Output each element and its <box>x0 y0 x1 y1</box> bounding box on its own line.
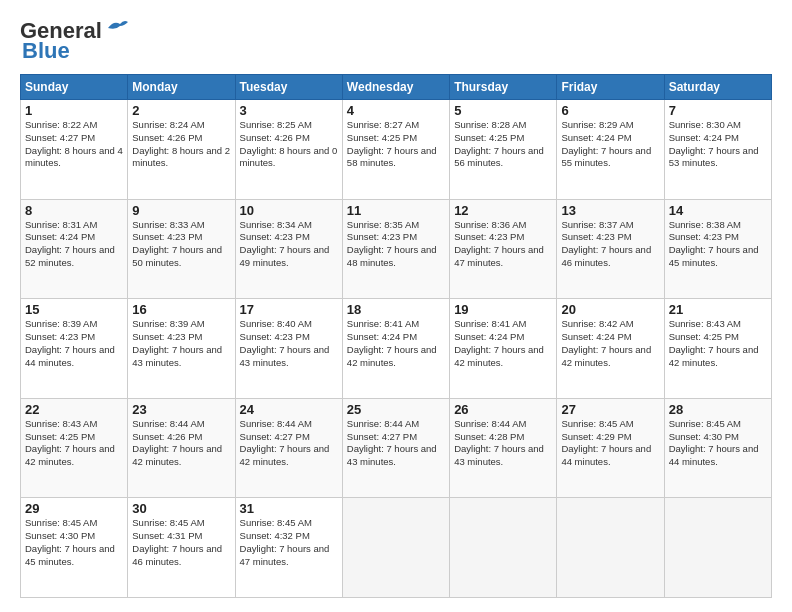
cell-info: Sunrise: 8:38 AMSunset: 4:23 PMDaylight:… <box>669 219 759 268</box>
cell-info: Sunrise: 8:33 AMSunset: 4:23 PMDaylight:… <box>132 219 222 268</box>
calendar-cell: 29 Sunrise: 8:45 AMSunset: 4:30 PMDaylig… <box>21 498 128 598</box>
day-number: 7 <box>669 103 767 118</box>
cell-info: Sunrise: 8:45 AMSunset: 4:32 PMDaylight:… <box>240 517 330 566</box>
cell-info: Sunrise: 8:25 AMSunset: 4:26 PMDaylight:… <box>240 119 338 168</box>
day-number: 6 <box>561 103 659 118</box>
calendar-cell: 31 Sunrise: 8:45 AMSunset: 4:32 PMDaylig… <box>235 498 342 598</box>
weekday-header-monday: Monday <box>128 75 235 100</box>
calendar-cell: 24 Sunrise: 8:44 AMSunset: 4:27 PMDaylig… <box>235 398 342 498</box>
cell-info: Sunrise: 8:45 AMSunset: 4:30 PMDaylight:… <box>669 418 759 467</box>
day-number: 17 <box>240 302 338 317</box>
cell-info: Sunrise: 8:36 AMSunset: 4:23 PMDaylight:… <box>454 219 544 268</box>
calendar-cell: 12 Sunrise: 8:36 AMSunset: 4:23 PMDaylig… <box>450 199 557 299</box>
week-row-4: 22 Sunrise: 8:43 AMSunset: 4:25 PMDaylig… <box>21 398 772 498</box>
calendar-cell: 16 Sunrise: 8:39 AMSunset: 4:23 PMDaylig… <box>128 299 235 399</box>
logo-blue: Blue <box>20 38 70 64</box>
header: General Blue <box>20 18 772 64</box>
cell-info: Sunrise: 8:40 AMSunset: 4:23 PMDaylight:… <box>240 318 330 367</box>
day-number: 29 <box>25 501 123 516</box>
calendar-cell: 9 Sunrise: 8:33 AMSunset: 4:23 PMDayligh… <box>128 199 235 299</box>
day-number: 18 <box>347 302 445 317</box>
cell-info: Sunrise: 8:43 AMSunset: 4:25 PMDaylight:… <box>25 418 115 467</box>
week-row-1: 1 Sunrise: 8:22 AMSunset: 4:27 PMDayligh… <box>21 100 772 200</box>
week-row-3: 15 Sunrise: 8:39 AMSunset: 4:23 PMDaylig… <box>21 299 772 399</box>
calendar-cell: 2 Sunrise: 8:24 AMSunset: 4:26 PMDayligh… <box>128 100 235 200</box>
week-row-5: 29 Sunrise: 8:45 AMSunset: 4:30 PMDaylig… <box>21 498 772 598</box>
day-number: 1 <box>25 103 123 118</box>
calendar-cell: 7 Sunrise: 8:30 AMSunset: 4:24 PMDayligh… <box>664 100 771 200</box>
cell-info: Sunrise: 8:29 AMSunset: 4:24 PMDaylight:… <box>561 119 651 168</box>
calendar-cell: 15 Sunrise: 8:39 AMSunset: 4:23 PMDaylig… <box>21 299 128 399</box>
day-number: 24 <box>240 402 338 417</box>
calendar-cell: 20 Sunrise: 8:42 AMSunset: 4:24 PMDaylig… <box>557 299 664 399</box>
calendar-cell <box>664 498 771 598</box>
calendar-cell <box>342 498 449 598</box>
page: General Blue SundayMondayTuesdayWednesda… <box>0 0 792 612</box>
cell-info: Sunrise: 8:22 AMSunset: 4:27 PMDaylight:… <box>25 119 123 168</box>
day-number: 12 <box>454 203 552 218</box>
weekday-header-wednesday: Wednesday <box>342 75 449 100</box>
day-number: 27 <box>561 402 659 417</box>
day-number: 5 <box>454 103 552 118</box>
cell-info: Sunrise: 8:39 AMSunset: 4:23 PMDaylight:… <box>25 318 115 367</box>
calendar-cell: 5 Sunrise: 8:28 AMSunset: 4:25 PMDayligh… <box>450 100 557 200</box>
calendar-cell: 4 Sunrise: 8:27 AMSunset: 4:25 PMDayligh… <box>342 100 449 200</box>
calendar-cell: 10 Sunrise: 8:34 AMSunset: 4:23 PMDaylig… <box>235 199 342 299</box>
cell-info: Sunrise: 8:41 AMSunset: 4:24 PMDaylight:… <box>454 318 544 367</box>
calendar-cell: 28 Sunrise: 8:45 AMSunset: 4:30 PMDaylig… <box>664 398 771 498</box>
day-number: 8 <box>25 203 123 218</box>
calendar-table: SundayMondayTuesdayWednesdayThursdayFrid… <box>20 74 772 598</box>
calendar-cell: 17 Sunrise: 8:40 AMSunset: 4:23 PMDaylig… <box>235 299 342 399</box>
cell-info: Sunrise: 8:30 AMSunset: 4:24 PMDaylight:… <box>669 119 759 168</box>
weekday-header-friday: Friday <box>557 75 664 100</box>
day-number: 16 <box>132 302 230 317</box>
cell-info: Sunrise: 8:27 AMSunset: 4:25 PMDaylight:… <box>347 119 437 168</box>
weekday-header-tuesday: Tuesday <box>235 75 342 100</box>
day-number: 28 <box>669 402 767 417</box>
weekday-header-sunday: Sunday <box>21 75 128 100</box>
calendar-cell: 27 Sunrise: 8:45 AMSunset: 4:29 PMDaylig… <box>557 398 664 498</box>
calendar-cell: 8 Sunrise: 8:31 AMSunset: 4:24 PMDayligh… <box>21 199 128 299</box>
day-number: 15 <box>25 302 123 317</box>
day-number: 22 <box>25 402 123 417</box>
logo-bird-icon <box>106 18 128 36</box>
day-number: 14 <box>669 203 767 218</box>
cell-info: Sunrise: 8:31 AMSunset: 4:24 PMDaylight:… <box>25 219 115 268</box>
day-number: 11 <box>347 203 445 218</box>
calendar-cell <box>450 498 557 598</box>
cell-info: Sunrise: 8:43 AMSunset: 4:25 PMDaylight:… <box>669 318 759 367</box>
weekday-header-thursday: Thursday <box>450 75 557 100</box>
cell-info: Sunrise: 8:42 AMSunset: 4:24 PMDaylight:… <box>561 318 651 367</box>
logo: General Blue <box>20 18 128 64</box>
calendar-cell: 14 Sunrise: 8:38 AMSunset: 4:23 PMDaylig… <box>664 199 771 299</box>
calendar-cell <box>557 498 664 598</box>
calendar-cell: 3 Sunrise: 8:25 AMSunset: 4:26 PMDayligh… <box>235 100 342 200</box>
day-number: 13 <box>561 203 659 218</box>
calendar-cell: 30 Sunrise: 8:45 AMSunset: 4:31 PMDaylig… <box>128 498 235 598</box>
day-number: 4 <box>347 103 445 118</box>
cell-info: Sunrise: 8:24 AMSunset: 4:26 PMDaylight:… <box>132 119 230 168</box>
cell-info: Sunrise: 8:45 AMSunset: 4:29 PMDaylight:… <box>561 418 651 467</box>
day-number: 3 <box>240 103 338 118</box>
day-number: 25 <box>347 402 445 417</box>
cell-info: Sunrise: 8:39 AMSunset: 4:23 PMDaylight:… <box>132 318 222 367</box>
weekday-header-row: SundayMondayTuesdayWednesdayThursdayFrid… <box>21 75 772 100</box>
calendar-cell: 25 Sunrise: 8:44 AMSunset: 4:27 PMDaylig… <box>342 398 449 498</box>
weekday-header-saturday: Saturday <box>664 75 771 100</box>
cell-info: Sunrise: 8:37 AMSunset: 4:23 PMDaylight:… <box>561 219 651 268</box>
cell-info: Sunrise: 8:45 AMSunset: 4:30 PMDaylight:… <box>25 517 115 566</box>
calendar-cell: 26 Sunrise: 8:44 AMSunset: 4:28 PMDaylig… <box>450 398 557 498</box>
day-number: 26 <box>454 402 552 417</box>
day-number: 10 <box>240 203 338 218</box>
calendar-cell: 22 Sunrise: 8:43 AMSunset: 4:25 PMDaylig… <box>21 398 128 498</box>
cell-info: Sunrise: 8:44 AMSunset: 4:28 PMDaylight:… <box>454 418 544 467</box>
calendar-cell: 1 Sunrise: 8:22 AMSunset: 4:27 PMDayligh… <box>21 100 128 200</box>
calendar-cell: 18 Sunrise: 8:41 AMSunset: 4:24 PMDaylig… <box>342 299 449 399</box>
day-number: 21 <box>669 302 767 317</box>
calendar-cell: 13 Sunrise: 8:37 AMSunset: 4:23 PMDaylig… <box>557 199 664 299</box>
calendar-cell: 21 Sunrise: 8:43 AMSunset: 4:25 PMDaylig… <box>664 299 771 399</box>
calendar-cell: 23 Sunrise: 8:44 AMSunset: 4:26 PMDaylig… <box>128 398 235 498</box>
cell-info: Sunrise: 8:44 AMSunset: 4:27 PMDaylight:… <box>347 418 437 467</box>
week-row-2: 8 Sunrise: 8:31 AMSunset: 4:24 PMDayligh… <box>21 199 772 299</box>
day-number: 19 <box>454 302 552 317</box>
